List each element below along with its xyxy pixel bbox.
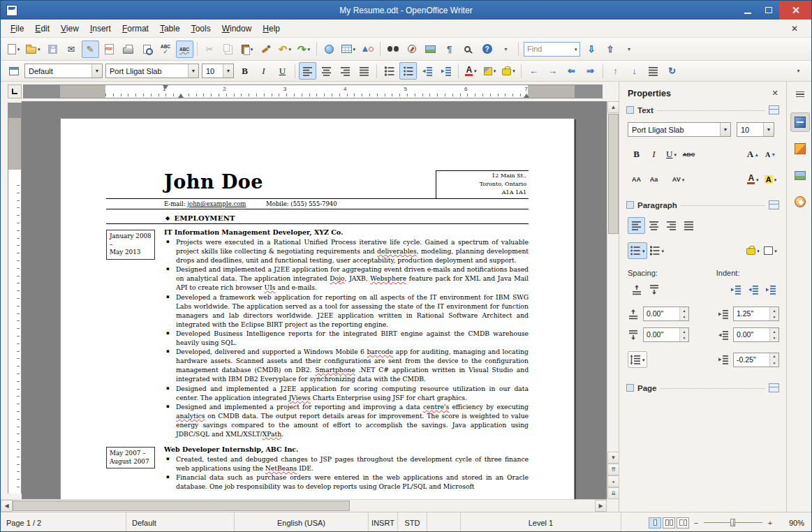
spin-up-icon[interactable]: ▲: [680, 307, 688, 314]
underline-button[interactable]: U: [274, 62, 291, 80]
scroll-up-button[interactable]: ▲: [607, 101, 619, 113]
sidebar-bold-button[interactable]: B: [628, 146, 645, 163]
styles-panel-button[interactable]: [5, 62, 22, 80]
document-area[interactable]: John Doe 12 Main St.,Toronto, OntarioA1A…: [22, 101, 607, 499]
spin-up-icon[interactable]: ▲: [770, 353, 778, 360]
zoom-button[interactable]: [459, 40, 477, 58]
redo-button[interactable]: ↷▾: [295, 40, 313, 58]
right-indent-marker[interactable]: [524, 94, 529, 98]
hyperlink-button[interactable]: [320, 40, 338, 58]
highlighting-button[interactable]: ▾: [481, 62, 499, 80]
find-previous-button[interactable]: ⇧: [602, 40, 619, 58]
sidebar-tab-navigator[interactable]: [790, 192, 810, 212]
print-preview-button[interactable]: [138, 40, 156, 58]
demote-with-subpoints-button[interactable]: ⇒: [582, 62, 599, 80]
character-spacing-button[interactable]: AV▾: [670, 171, 687, 188]
increase-indent-button[interactable]: [727, 281, 744, 298]
gallery-button[interactable]: [422, 40, 439, 58]
background-color-button[interactable]: ▾: [500, 62, 517, 80]
move-up-button[interactable]: ↑: [607, 62, 624, 80]
insert-table-button[interactable]: ▾: [339, 40, 358, 58]
email-link[interactable]: john@example.com: [187, 200, 246, 207]
section-expander-icon[interactable]: [626, 201, 634, 209]
find-dropdown-caret-icon[interactable]: ▾: [575, 47, 577, 52]
sidebar-font-size-combobox[interactable]: 10 ▼: [737, 122, 774, 137]
sidebar-italic-button[interactable]: I: [645, 146, 663, 163]
spin-down-icon[interactable]: ▼: [680, 314, 688, 321]
close-document-button[interactable]: ✕: [789, 23, 800, 34]
sidebar-menu-button[interactable]: [793, 89, 807, 100]
align-left-button[interactable]: [299, 62, 316, 80]
paragraph-section-options-icon[interactable]: [769, 200, 779, 209]
font-color-button[interactable]: A▾: [462, 62, 480, 80]
auto-spellcheck-button[interactable]: ABC: [176, 40, 193, 58]
sidebar-numbering-dropdown[interactable]: ▾: [647, 242, 667, 259]
spin-up-icon[interactable]: ▲: [680, 328, 688, 335]
zoom-in-button[interactable]: +: [765, 518, 775, 528]
save-button[interactable]: [44, 40, 61, 58]
first-line-indent-marker[interactable]: [163, 85, 168, 89]
vertical-scrollbar[interactable]: ▲ ▼ ⇈ ● ⇊: [607, 101, 619, 499]
uppercase-button[interactable]: AA: [628, 171, 645, 188]
statusbar-language[interactable]: English (USA): [235, 512, 369, 532]
font-name-combobox[interactable]: Port Lligat Slab ▼: [105, 64, 199, 78]
menu-item[interactable]: Table: [154, 21, 186, 36]
combo-dropdown-icon[interactable]: ▼: [763, 123, 774, 136]
decrease-indent-button[interactable]: [418, 62, 436, 80]
first-line-indent-field[interactable]: -0.25" ▲▼: [733, 353, 779, 367]
undo-button[interactable]: ↶▾: [276, 40, 294, 58]
line-spacing-dropdown[interactable]: ▾: [628, 351, 647, 368]
show-draw-functions-button[interactable]: [359, 40, 376, 58]
copy-button[interactable]: [220, 40, 237, 58]
document-page[interactable]: John Doe 12 Main St.,Toronto, OntarioA1A…: [60, 118, 575, 499]
after-text-indent-field[interactable]: 0.00" ▲▼: [733, 327, 779, 342]
statusbar-signature[interactable]: [427, 512, 461, 532]
move-down-button[interactable]: ↓: [626, 62, 643, 80]
navigation-button[interactable]: ●: [607, 475, 619, 487]
new-document-button[interactable]: ▾: [5, 40, 22, 58]
statusbar-page-style[interactable]: Default: [126, 512, 235, 532]
text-section-options-icon[interactable]: [769, 105, 779, 114]
vertical-scrollbar-thumb[interactable]: [608, 114, 619, 234]
increase-font-size-button[interactable]: A▲: [744, 146, 762, 163]
italic-button[interactable]: I: [255, 62, 272, 80]
statusbar-page[interactable]: Page 1 / 2: [1, 512, 126, 532]
statusbar-selection-mode[interactable]: STD: [398, 512, 427, 532]
spin-up-icon[interactable]: ▲: [770, 307, 778, 314]
lowercase-button[interactable]: Aa: [645, 171, 663, 188]
navigator-button[interactable]: [403, 40, 420, 58]
combo-dropdown-icon[interactable]: ▼: [91, 64, 102, 77]
page-section-header[interactable]: Page: [626, 383, 779, 392]
promote-with-subpoints-button[interactable]: ⇐: [563, 62, 580, 80]
spin-down-icon[interactable]: ▼: [680, 335, 688, 342]
spin-down-icon[interactable]: ▼: [770, 360, 778, 367]
font-size-combobox[interactable]: 10 ▼: [202, 64, 234, 78]
edit-mode-button[interactable]: ✎: [82, 40, 99, 58]
find-input[interactable]: [524, 43, 573, 54]
sidebar-tab-styles[interactable]: [790, 139, 810, 158]
menu-item[interactable]: Window: [216, 21, 258, 36]
open-button[interactable]: ▾: [24, 40, 43, 58]
sidebar-bullets-dropdown[interactable]: ▾: [628, 242, 647, 259]
promote-one-level-button[interactable]: ←: [525, 62, 542, 80]
horizontal-scrollbar[interactable]: ◀ ▶: [1, 499, 607, 512]
spin-up-icon[interactable]: ▲: [770, 328, 778, 335]
align-right-button[interactable]: [337, 62, 354, 80]
find-next-button[interactable]: ⇩: [583, 40, 600, 58]
demote-one-level-button[interactable]: →: [544, 62, 561, 80]
section-expander-icon[interactable]: [626, 384, 634, 392]
spellcheck-button[interactable]: ABC✓: [157, 40, 175, 58]
scroll-left-button[interactable]: ◀: [1, 500, 13, 512]
statusbar-outline-level[interactable]: Level 1: [461, 512, 621, 532]
tab-stop-type-selector[interactable]: [8, 84, 22, 98]
paste-button[interactable]: ▾: [239, 40, 256, 58]
scroll-right-button[interactable]: ▶: [595, 500, 607, 512]
paragraph-background-color-button[interactable]: ▾: [744, 242, 762, 259]
paragraph-section-header[interactable]: Paragraph: [626, 200, 779, 209]
menu-item[interactable]: View: [55, 21, 84, 36]
sidebar-justify-button[interactable]: [680, 217, 697, 234]
align-center-button[interactable]: [318, 62, 335, 80]
vertical-ruler[interactable]: [8, 103, 22, 494]
increase-spacing-button[interactable]: [628, 281, 645, 298]
bold-button[interactable]: B: [236, 62, 253, 80]
